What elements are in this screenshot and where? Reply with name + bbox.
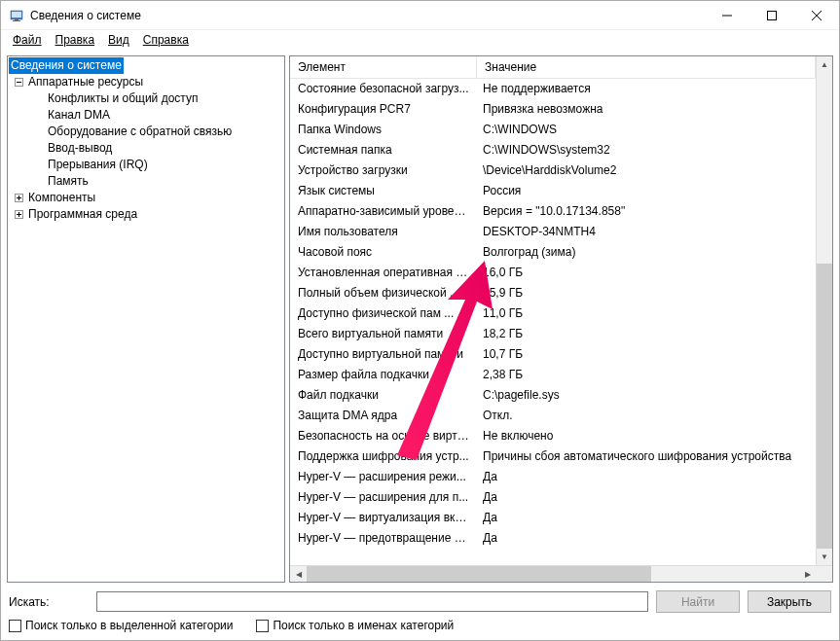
row-element: Состояние безопасной загруз... (290, 79, 477, 99)
search-panel: Искать: Найти Закрыть Поиск только в выд… (1, 588, 839, 640)
search-label: Искать: (9, 595, 89, 609)
row-value: Привязка невозможна (477, 99, 816, 120)
list-row[interactable]: Hyper-V — предотвращение в...Да (290, 528, 816, 549)
checkbox-category-names[interactable]: Поиск только в именах категорий (256, 619, 454, 632)
row-value: Россия (477, 181, 816, 201)
row-value: Не поддерживается (477, 79, 816, 99)
list-row[interactable]: Системная папкаC:\WINDOWS\system32 (290, 140, 816, 160)
row-value: Да (477, 528, 816, 549)
expand-icon[interactable] (13, 209, 24, 221)
list-row[interactable]: Папка WindowsC:\WINDOWS (290, 120, 816, 140)
row-value: C:\pagefile.sys (477, 385, 816, 406)
list-row[interactable]: Hyper-V — виртуализация вкл...Да (290, 508, 816, 528)
maximize-button[interactable] (749, 1, 794, 29)
list-row[interactable]: Hyper-V — расширения режи...Да (290, 467, 816, 487)
checkbox-selected-category[interactable]: Поиск только в выделенной категории (9, 619, 233, 632)
row-element: Системная папка (290, 140, 477, 160)
menu-file[interactable]: Файл (7, 31, 48, 49)
tree-hw-dma[interactable]: Канал DMA (9, 107, 283, 124)
checkbox-label: Поиск только в выделенной категории (25, 619, 233, 632)
collapse-icon[interactable] (13, 77, 24, 89)
row-element: Папка Windows (290, 120, 477, 140)
find-button[interactable]: Найти (656, 590, 740, 613)
list-body[interactable]: Состояние безопасной загруз...Не поддерж… (290, 79, 816, 565)
row-value: 2,38 ГБ (477, 365, 816, 385)
row-value: 11,0 ГБ (477, 303, 816, 324)
list-row[interactable]: Аппаратно-зависимый уровен...Версия = "1… (290, 201, 816, 222)
minimize-button[interactable] (705, 1, 749, 29)
tree-hw-forced[interactable]: Оборудование с обратной связью (9, 124, 283, 140)
row-element: Hyper-V — предотвращение в... (290, 528, 477, 549)
menu-edit[interactable]: Правка (50, 31, 101, 49)
tree-hw-conflicts[interactable]: Конфликты и общий доступ (9, 90, 283, 107)
tree-hardware[interactable]: Аппаратные ресурсы (9, 74, 283, 90)
row-value: Причины сбоя автоматического шифрования … (477, 446, 816, 467)
list-row[interactable]: Язык системыРоссия (290, 181, 816, 201)
menu-help[interactable]: Справка (137, 31, 195, 49)
list-row[interactable]: Защита DMA ядраОткл. (290, 406, 816, 426)
list-row[interactable]: Всего виртуальной памяти18,2 ГБ (290, 324, 816, 344)
expand-icon[interactable] (13, 193, 24, 204)
list-row[interactable]: Файл подкачкиC:\pagefile.sys (290, 385, 816, 406)
menubar: Файл Правка Вид Справка (1, 30, 839, 50)
category-tree[interactable]: Сведения о системе Аппаратные ресурсы Ко… (7, 55, 285, 583)
tree-root[interactable]: Сведения о системе (9, 57, 283, 74)
row-element: Полный объем физической ... (290, 283, 477, 303)
vertical-scrollbar[interactable]: ▲ ▼ (816, 56, 832, 565)
menu-view[interactable]: Вид (102, 31, 135, 49)
row-element: Доступно виртуальной памяти (290, 344, 477, 365)
row-value: Волгоград (зима) (477, 242, 816, 263)
search-input[interactable] (96, 591, 648, 612)
list-row[interactable]: Доступно виртуальной памяти10,7 ГБ (290, 344, 816, 365)
list-row[interactable]: Поддержка шифрования устр...Причины сбоя… (290, 446, 816, 467)
list-row[interactable]: Состояние безопасной загруз...Не поддерж… (290, 79, 816, 99)
titlebar: Сведения о системе (1, 1, 839, 30)
close-search-button[interactable]: Закрыть (748, 590, 831, 613)
row-element: Безопасность на основе вирту... (290, 426, 477, 446)
list-row[interactable]: Часовой поясВолгоград (зима) (290, 242, 816, 263)
scroll-up-icon[interactable]: ▲ (817, 56, 832, 73)
row-element: Аппаратно-зависимый уровен... (290, 201, 477, 222)
row-element: Установленная оперативная п... (290, 263, 477, 283)
row-element: Hyper-V — расширения для п... (290, 487, 477, 508)
list-row[interactable]: Размер файла подкачки2,38 ГБ (290, 365, 816, 385)
list-header: Элемент Значение (290, 56, 816, 79)
list-row[interactable]: Полный объем физической ...15,9 ГБ (290, 283, 816, 303)
list-row[interactable]: Устройство загрузки\Device\HarddiskVolum… (290, 160, 816, 181)
tree-hw-irq[interactable]: Прерывания (IRQ) (9, 157, 283, 173)
row-element: Конфигурация PCR7 (290, 99, 477, 120)
tree-hw-io[interactable]: Ввод-вывод (9, 140, 283, 157)
column-element[interactable]: Элемент (290, 56, 477, 78)
tree-components[interactable]: Компоненты (9, 190, 283, 206)
scrollbar-thumb-h[interactable] (307, 566, 651, 582)
list-row[interactable]: Безопасность на основе вирту...Не включе… (290, 426, 816, 446)
scroll-down-icon[interactable]: ▼ (817, 549, 832, 565)
row-value: Версия = "10.0.17134.858" (477, 201, 816, 222)
scrollbar-thumb[interactable] (817, 264, 832, 549)
row-value: C:\WINDOWS\system32 (477, 140, 816, 160)
list-row[interactable]: Доступно физической пам ...11,0 ГБ (290, 303, 816, 324)
row-element: Защита DMA ядра (290, 406, 477, 426)
list-row[interactable]: Hyper-V — расширения для п...Да (290, 487, 816, 508)
checkbox-icon (256, 620, 269, 632)
row-element: Язык системы (290, 181, 477, 201)
list-row[interactable]: Установленная оперативная п...16,0 ГБ (290, 263, 816, 283)
row-value: Да (477, 508, 816, 528)
row-value: Да (477, 467, 816, 487)
scroll-right-icon[interactable]: ▶ (799, 566, 816, 582)
row-value: \Device\HarddiskVolume2 (477, 160, 816, 181)
list-row[interactable]: Имя пользователяDESKTOP-34NMTH4 (290, 222, 816, 242)
scroll-left-icon[interactable]: ◀ (290, 566, 307, 582)
window-title: Сведения о системе (30, 9, 141, 22)
tree-hw-memory[interactable]: Память (9, 173, 283, 190)
horizontal-scrollbar[interactable]: ◀ ▶ (290, 565, 832, 582)
row-value: Не включено (477, 426, 816, 446)
row-value: DESKTOP-34NMTH4 (477, 222, 816, 242)
row-value: 16,0 ГБ (477, 263, 816, 283)
list-row[interactable]: Конфигурация PCR7Привязка невозможна (290, 99, 816, 120)
column-value[interactable]: Значение (477, 56, 816, 78)
row-element: Hyper-V — расширения режи... (290, 467, 477, 487)
detail-list: Элемент Значение Состояние безопасной за… (289, 55, 833, 583)
tree-software-env[interactable]: Программная среда (9, 206, 283, 223)
close-button[interactable] (794, 1, 839, 29)
